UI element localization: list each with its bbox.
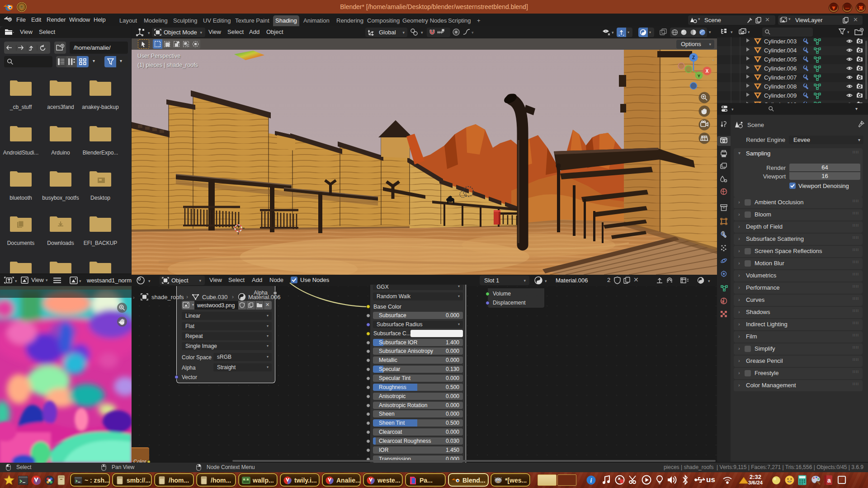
svg-text:▾: ▾ <box>731 30 733 34</box>
svg-text:▾: ▾ <box>79 279 81 283</box>
svg-text:a: a <box>827 477 831 484</box>
svg-text:▾: ▾ <box>421 30 423 35</box>
svg-text:Z: Z <box>692 55 695 60</box>
svg-text:▾: ▾ <box>472 30 474 35</box>
svg-text:▾: ▾ <box>612 30 614 35</box>
svg-text:▾: ▾ <box>748 30 750 34</box>
svg-text:X: X <box>706 69 709 74</box>
svg-text:User Perspective: User Perspective <box>137 53 180 59</box>
svg-text:▾: ▾ <box>148 31 150 35</box>
svg-text:Y: Y <box>698 73 701 78</box>
svg-text:‹: ‹ <box>712 57 714 62</box>
svg-text:(1) pieces | shade_roofs: (1) pieces | shade_roofs <box>137 62 198 68</box>
svg-text:▾: ▾ <box>731 107 734 112</box>
svg-text:▾: ▾ <box>847 30 849 34</box>
svg-text:i: i <box>590 477 592 484</box>
svg-text:▾: ▾ <box>15 279 17 283</box>
